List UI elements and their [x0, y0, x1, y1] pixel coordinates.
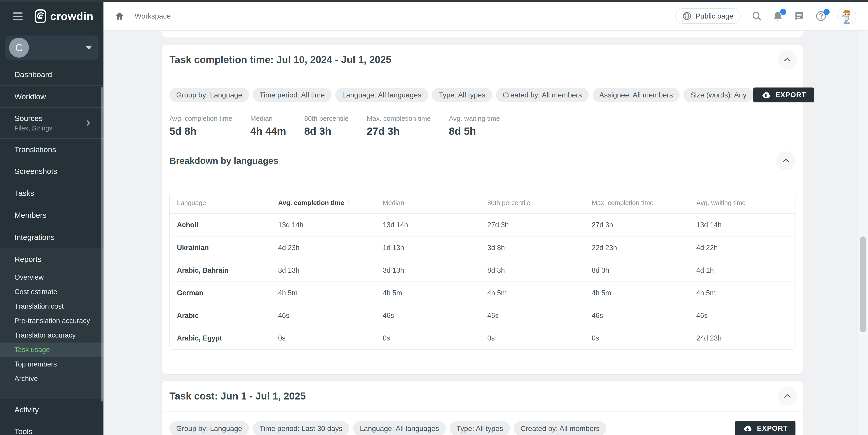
language-cell: German — [177, 289, 278, 297]
stat-label: Max. completion time — [367, 115, 431, 122]
export-button[interactable]: EXPORT — [753, 87, 814, 103]
column-header-max-completion-time[interactable]: Max. completion time — [592, 199, 696, 207]
export-button[interactable]: EXPORT — [735, 421, 796, 435]
filter-chip-time-period[interactable]: Time period: Last 30 days — [253, 421, 349, 435]
sidebar-nav: DashboardWorkflowSourcesFiles, StringsTr… — [0, 63, 103, 435]
stat-value: 8d 5h — [449, 125, 500, 137]
stat-80th-percentile: 80th percentile8d 3h — [304, 115, 349, 137]
value-cell: 46s — [696, 312, 795, 320]
column-header-avg-completion-time[interactable]: Avg. completion time↑ — [278, 199, 383, 207]
filter-chip-language[interactable]: Language: All languages — [353, 421, 446, 435]
filter-chip-size-words[interactable]: Size (words): Any — [683, 88, 753, 102]
user-avatar[interactable] — [837, 6, 856, 26]
sidebar-subitem-translator-accuracy[interactable]: Translator accuracy — [0, 328, 103, 343]
filter-chip-group-by[interactable]: Group by: Language — [169, 88, 249, 102]
stat-median: Median4h 44m — [250, 115, 286, 137]
value-cell: 1d 13h — [383, 244, 487, 252]
table-row: Arabic, Egypt0s0s0s0s24d 23h — [170, 327, 795, 349]
filter-chip-time-period[interactable]: Time period: All time — [253, 88, 332, 102]
sidebar-item-activity[interactable]: Activity — [0, 399, 103, 420]
public-page-button[interactable]: Public page — [675, 8, 741, 24]
collapse-card-button[interactable] — [778, 387, 797, 406]
content-area: Task completion time: Jul 10, 2024 - Jul… — [103, 31, 868, 435]
table-row: German4h 5m4h 5m4h 5m4h 5m4h 5m — [170, 282, 795, 304]
sidebar-subitem-task-usage[interactable]: Task usage — [0, 343, 103, 357]
sidebar-item-reports[interactable]: Reports — [0, 248, 103, 270]
sidebar-item-translations[interactable]: Translations — [0, 138, 103, 160]
value-cell: 3d 8h — [487, 244, 592, 252]
filter-chip-assignee[interactable]: Assignee: All members — [593, 88, 680, 102]
filter-chip-language[interactable]: Language: All languages — [335, 88, 428, 102]
sidebar-item-integrations[interactable]: Integrations — [0, 226, 103, 248]
value-cell: 3d 13h — [383, 266, 487, 274]
sidebar-subitem-pre-translation-accuracy[interactable]: Pre-translation accuracy — [0, 314, 103, 328]
value-cell: 0s — [592, 334, 696, 342]
notifications-bell-icon[interactable] — [773, 11, 783, 22]
sidebar-item-text: Workflow — [14, 92, 46, 101]
collapse-breakdown-button[interactable] — [776, 151, 796, 170]
chevron-up-icon — [784, 394, 791, 398]
topbar: Workspace Public page — [103, 2, 868, 31]
help-badge — [824, 9, 830, 15]
project-selector[interactable]: C — [5, 35, 98, 60]
help-icon[interactable] — [815, 11, 827, 22]
sidebar-header: crowdin — [0, 2, 103, 31]
collapse-card-button[interactable] — [778, 50, 797, 69]
stat-value: 27d 3h — [367, 125, 431, 137]
sidebar-item-tools[interactable]: Tools — [0, 420, 103, 435]
sidebar-subitem-label: Top members — [14, 360, 57, 368]
sidebar-item-text: Tools — [14, 427, 32, 435]
value-cell: 0s — [278, 334, 383, 342]
value-cell: 0s — [383, 334, 487, 342]
home-icon[interactable] — [115, 11, 124, 21]
sidebar-item-sources[interactable]: SourcesFiles, Strings — [0, 107, 103, 138]
public-page-label: Public page — [695, 12, 733, 20]
crowdin-logo[interactable]: crowdin — [34, 9, 93, 24]
language-cell: Arabic, Egypt — [177, 334, 278, 342]
search-icon[interactable] — [751, 11, 762, 21]
page-scrollbar-track[interactable] — [858, 31, 868, 435]
filter-chips: Group by: LanguageTime period: Last 30 d… — [169, 421, 607, 435]
sidebar-item-screenshots[interactable]: Screenshots — [0, 160, 103, 182]
sidebar-item-label: Sources — [14, 114, 53, 123]
breadcrumb[interactable]: Workspace — [135, 12, 170, 20]
sidebar-item-text: Activity — [14, 405, 39, 414]
value-cell: 13d 14h — [278, 221, 383, 229]
sidebar-item-text: SourcesFiles, Strings — [14, 114, 53, 132]
filter-chip-created-by[interactable]: Created by: All members — [496, 88, 589, 102]
value-cell: 4h 5m — [592, 289, 696, 297]
sidebar-subitem-archive[interactable]: Archive — [0, 372, 103, 386]
column-header-80th-percentile[interactable]: 80th percentile — [487, 199, 592, 207]
sidebar-item-dashboard[interactable]: Dashboard — [0, 63, 103, 85]
value-cell: 22d 23h — [592, 244, 696, 252]
column-header-language[interactable]: Language — [177, 199, 278, 207]
hamburger-menu-icon[interactable] — [13, 12, 23, 20]
filter-chip-type[interactable]: Type: All types — [432, 88, 492, 102]
messages-icon[interactable] — [794, 11, 805, 21]
sidebar-item-label: Screenshots — [14, 167, 57, 176]
sidebar-item-tasks[interactable]: Tasks — [0, 182, 103, 204]
table-row: Arabic, Bahrain3d 13h3d 13h8d 3h8d 3h4d … — [170, 259, 795, 282]
task-cost-card-title: Task cost: Jun 1 - Jul 1, 2025 — [169, 390, 306, 402]
filter-chip-created-by[interactable]: Created by: All members — [514, 421, 607, 435]
sidebar-item-workflow[interactable]: Workflow — [0, 85, 103, 107]
filter-chip-group-by[interactable]: Group by: Language — [169, 421, 249, 435]
filter-chip-type[interactable]: Type: All types — [450, 421, 510, 435]
sidebar-item-label: Tasks — [14, 189, 34, 198]
sidebar-subitem-translation-cost[interactable]: Translation cost — [0, 299, 103, 314]
value-cell: 27d 3h — [487, 221, 592, 229]
column-header-median[interactable]: Median — [383, 199, 487, 207]
sidebar-item-label: Tools — [14, 427, 32, 435]
value-cell: 46s — [383, 312, 487, 320]
sidebar-scrollbar-thumb[interactable] — [101, 87, 103, 402]
sidebar-subitem-overview[interactable]: Overview — [0, 270, 103, 285]
stat-avg-completion-time: Avg. completion time5d 8h — [169, 115, 232, 137]
sidebar-item-subtitle: Files, Strings — [14, 124, 53, 132]
stat-label: Avg. waiting time — [449, 115, 500, 122]
sidebar-subitem-cost-estimate[interactable]: Cost estimate — [0, 285, 103, 299]
languages-table: LanguageAvg. completion time↑Median80th … — [169, 192, 796, 350]
column-header-avg-waiting-time[interactable]: Avg. waiting time — [696, 199, 795, 207]
page-scrollbar-thumb[interactable] — [860, 236, 866, 332]
sidebar-subitem-top-members[interactable]: Top members — [0, 357, 103, 372]
sidebar-item-members[interactable]: Members — [0, 204, 103, 226]
